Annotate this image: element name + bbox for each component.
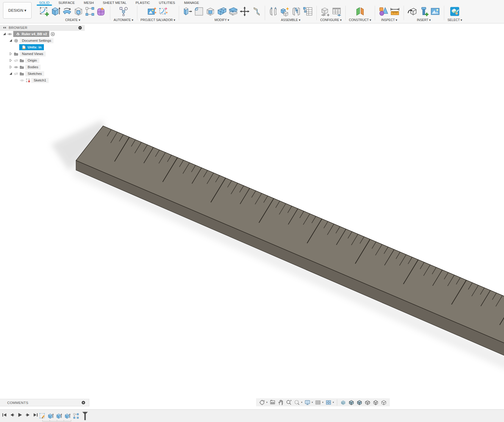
display-dropdown-caret[interactable]: ▾: [312, 401, 313, 404]
construction-plane-icon[interactable]: [355, 6, 365, 17]
measure-icon[interactable]: [378, 6, 389, 17]
group-label-assemble[interactable]: ASSEMBLE ▾: [281, 18, 301, 22]
group-label-inspect[interactable]: INSPECT ▾: [381, 18, 397, 22]
browser-row-component[interactable]: Ruler v4_BB v2: [0, 31, 85, 37]
tab-sheet-metal[interactable]: SHEET METAL: [103, 1, 127, 5]
eye-off-icon[interactable]: [14, 72, 18, 76]
browser-row-origin[interactable]: Origin: [0, 57, 85, 64]
measure-distance-icon[interactable]: [390, 6, 400, 17]
create-sketch-icon[interactable]: [39, 6, 49, 17]
shell-icon[interactable]: [205, 6, 215, 17]
browser-row-units[interactable]: Units: in: [0, 44, 85, 50]
browser-row-sketches[interactable]: Sketches: [0, 70, 85, 77]
go-to-start-icon[interactable]: [2, 412, 7, 417]
document-settings-chip[interactable]: Document Settings: [20, 38, 53, 43]
group-label-select[interactable]: SELECT ▾: [447, 18, 462, 22]
extrude-feature-icon[interactable]: [47, 413, 54, 419]
insert-fastener-icon[interactable]: [419, 6, 429, 17]
browser-row-bodies[interactable]: Bodies: [0, 64, 85, 70]
tab-manage[interactable]: MANAGE: [184, 1, 199, 5]
combine-icon[interactable]: [217, 6, 227, 17]
browser-row-document-settings[interactable]: Document Settings: [0, 37, 85, 44]
rectangular-pattern-feature-icon[interactable]: [73, 413, 79, 419]
orbit-dropdown-caret[interactable]: ▾: [266, 401, 267, 404]
fit-dropdown-caret[interactable]: ▾: [301, 401, 302, 404]
extrude-icon[interactable]: [50, 6, 61, 17]
configuration-icon[interactable]: [320, 6, 330, 17]
tab-solid[interactable]: SOLID: [39, 1, 50, 5]
joint-icon[interactable]: [268, 6, 279, 17]
tab-surface[interactable]: SURFACE: [59, 1, 75, 5]
look-at-icon[interactable]: [270, 399, 276, 405]
grid-icon[interactable]: [315, 399, 321, 405]
activate-target-icon[interactable]: [50, 32, 55, 36]
fillet-icon[interactable]: [194, 6, 204, 17]
hole-icon[interactable]: [73, 6, 84, 17]
group-label-modify[interactable]: MODIFY ▾: [215, 18, 229, 22]
derive-icon[interactable]: [407, 6, 417, 17]
expanded-arrow-icon[interactable]: [9, 39, 13, 42]
sketches-chip[interactable]: Sketches: [25, 71, 44, 76]
configuration-table-icon[interactable]: [331, 6, 342, 17]
play-icon[interactable]: [17, 412, 23, 417]
origin-chip[interactable]: Origin: [25, 58, 39, 63]
browser-row-sketch1[interactable]: Sketch1: [0, 77, 85, 84]
rectangular-pattern-icon[interactable]: [85, 6, 95, 17]
cube-shaded-icon[interactable]: [340, 399, 346, 405]
bom-icon[interactable]: [303, 6, 313, 17]
select-icon[interactable]: [450, 6, 460, 17]
group-label-construct[interactable]: CONSTRUCT ▾: [349, 18, 371, 22]
grid-dropdown-caret[interactable]: ▾: [322, 401, 323, 404]
timeline-playhead[interactable]: [82, 411, 88, 420]
move-copy-icon[interactable]: [240, 6, 250, 17]
image-generation-icon[interactable]: [147, 6, 157, 17]
add-comment-icon[interactable]: [81, 401, 85, 405]
eye-dim-icon[interactable]: [20, 78, 24, 83]
sketch1-chip[interactable]: Sketch1: [31, 78, 49, 83]
tab-plastic[interactable]: PLASTIC: [136, 1, 150, 5]
expanded-arrow-icon[interactable]: [9, 72, 13, 75]
units-chip[interactable]: Units: in: [19, 44, 44, 50]
sketch-generation-icon[interactable]: [158, 6, 169, 17]
zoom-icon[interactable]: [286, 399, 292, 405]
fit-icon[interactable]: [294, 399, 300, 405]
split-body-icon[interactable]: [228, 6, 238, 17]
orbit-icon[interactable]: [259, 399, 265, 405]
form-icon[interactable]: [96, 6, 106, 17]
expanded-arrow-icon[interactable]: [3, 32, 6, 36]
cube-shaded-hidden-icon[interactable]: [356, 399, 362, 405]
collapsed-arrow-icon[interactable]: [9, 65, 13, 69]
automate-icon[interactable]: [118, 6, 129, 17]
viewports-dropdown-caret[interactable]: ▾: [333, 401, 334, 404]
as-built-joint-icon[interactable]: [291, 6, 301, 17]
cube-shaded-edges-icon[interactable]: [348, 399, 354, 405]
group-label-automate[interactable]: AUTOMATE ▾: [114, 18, 133, 22]
eye-icon[interactable]: [8, 32, 12, 36]
tab-mesh[interactable]: MESH: [84, 1, 94, 5]
component-chip[interactable]: Ruler v4_BB v2: [13, 31, 49, 37]
eye-icon[interactable]: [14, 65, 18, 69]
minimize-icon[interactable]: [78, 26, 82, 30]
step-forward-icon[interactable]: [25, 412, 30, 417]
collapsed-arrow-icon[interactable]: [9, 52, 13, 56]
viewports-icon[interactable]: [325, 399, 331, 405]
bend-icon[interactable]: [251, 6, 261, 17]
revolve-icon[interactable]: [62, 6, 72, 17]
group-label-project-salvador[interactable]: PROJECT SALVADOR ▾: [141, 18, 176, 22]
new-component-icon[interactable]: [280, 6, 290, 17]
eye-off-icon[interactable]: [14, 58, 18, 63]
cube-wireframe-axes-icon[interactable]: [373, 399, 379, 405]
bodies-chip[interactable]: Bodies: [25, 65, 41, 70]
named-views-chip[interactable]: Named Views: [20, 51, 46, 57]
group-label-configure[interactable]: CONFIGURE ▾: [320, 18, 342, 22]
collapsed-arrow-icon[interactable]: [9, 59, 13, 62]
step-back-icon[interactable]: [10, 412, 15, 417]
cube-wireframe-ground-icon[interactable]: [365, 399, 371, 405]
sketch-feature-icon[interactable]: [39, 413, 46, 419]
extrude-feature-icon[interactable]: [56, 413, 63, 419]
collapse-panel-icon[interactable]: [3, 26, 6, 29]
display-settings-icon[interactable]: [304, 399, 310, 405]
tab-utilities[interactable]: UTILITIES: [159, 1, 175, 5]
extrude-feature-icon[interactable]: [64, 413, 71, 419]
comments-bar[interactable]: COMMENTS: [0, 399, 89, 406]
